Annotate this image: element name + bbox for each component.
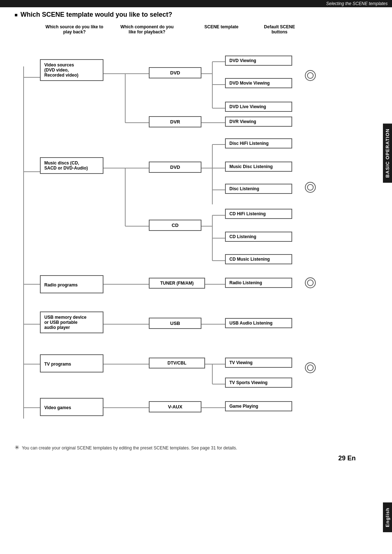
source-box-usb: USB memory deviceor USB portableaudio pl…: [40, 311, 103, 333]
component-box-cd: CD: [149, 220, 201, 231]
scene-box-disc-listening: Disc Listening: [225, 184, 292, 194]
scene-box-dvd-movie-viewing: DVD Movie Viewing: [225, 78, 292, 88]
component-box-usb: USB: [149, 318, 201, 329]
main-content: Which SCENE template would you like to s…: [0, 7, 392, 469]
note-icon: ✳: [15, 444, 19, 451]
scene-box-cd-listening: CD Listening: [225, 232, 292, 242]
source-box-video: Video sources(DVD video,Recorded video): [40, 59, 103, 81]
component-box-dtvcbl: DTV/CBL: [149, 358, 205, 368]
source-box-radio: Radio programs: [40, 275, 103, 293]
top-bar-text: Selecting the SCENE templates: [326, 1, 388, 6]
column-headers: Which source do you like toplay back? Wh…: [15, 24, 377, 34]
default-scene-btn-2[interactable]: [305, 182, 316, 193]
scene-box-dvd-viewing: DVD Viewing: [225, 56, 292, 66]
scene-box-cd-hifi: CD HiFi Listening: [225, 209, 292, 219]
source-box-tv: TV programs: [40, 354, 103, 372]
scene-box-dvd-live-viewing: DVD Live Viewing: [225, 102, 292, 112]
scene-box-radio: Radio Listening: [225, 278, 292, 288]
diagram-lines: [15, 37, 370, 437]
default-scene-btn-3[interactable]: [305, 277, 316, 288]
scene-box-music-disc: Music Disc Listening: [225, 162, 292, 172]
top-bar: Selecting the SCENE templates: [0, 0, 392, 7]
default-scene-btn-1[interactable]: [305, 70, 316, 81]
scene-box-game-playing: Game Playing: [225, 401, 292, 411]
component-box-dvd1: DVD: [149, 67, 201, 78]
component-box-dvd2: DVD: [149, 162, 201, 173]
diagram-container: Video sources(DVD video,Recorded video) …: [15, 37, 370, 437]
component-box-dvr: DVR: [149, 116, 201, 127]
side-tab-english: English: [383, 502, 392, 532]
footer-note: ✳ You can create your original SCENE tem…: [15, 444, 377, 451]
col-header-scene: SCENE template: [181, 24, 261, 34]
page-number: 29 En: [15, 455, 377, 462]
component-box-tuner: TUNER (FM/AM): [149, 278, 205, 289]
scene-box-disc-hifi: Disc HiFi Listening: [225, 138, 292, 148]
page-title: Which SCENE template would you like to s…: [15, 11, 377, 19]
scene-box-cd-music: CD Music Listening: [225, 254, 292, 264]
side-tab-bottom-label: English: [385, 508, 390, 527]
component-box-vaux: V-AUX: [149, 401, 201, 412]
col-header-source: Which source do you like toplay back?: [36, 24, 113, 34]
source-box-music: Music discs (CD,SACD or DVD-Audio): [40, 157, 103, 174]
source-box-games: Video games: [40, 398, 103, 416]
scene-box-tv-sports: TV Sports Viewing: [225, 378, 292, 388]
scene-box-tv-viewing: TV Viewing: [225, 358, 292, 368]
footer-note-text: You can create your original SCENE templ…: [22, 445, 237, 451]
scene-box-usb-audio: USB Audio Listening: [225, 318, 292, 328]
scene-box-dvr-viewing: DVR Viewing: [225, 117, 292, 127]
col-header-component: Which component do youlike for playback?: [113, 24, 181, 34]
col-header-default: Default SCENEbuttons: [261, 24, 298, 34]
default-scene-btn-4[interactable]: [305, 362, 316, 373]
